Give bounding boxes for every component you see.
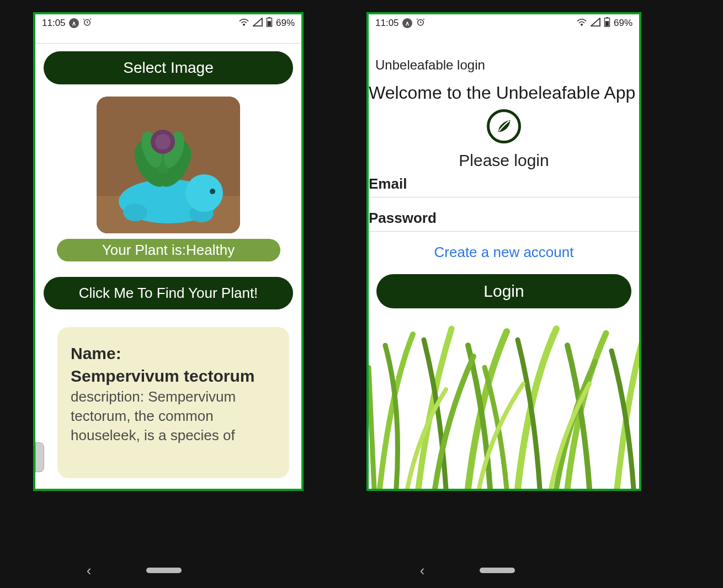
welcome-heading: Welcome to the Unbeleafable App	[369, 77, 639, 107]
nav-home-pill[interactable]	[480, 568, 515, 573]
left-phone-frame: 11:05 ∧ 69% Select Image	[33, 12, 304, 491]
selected-plant-image	[97, 97, 240, 233]
svg-point-1	[243, 24, 244, 25]
right-screen: Unbeleafable login Welcome to the Unbele…	[369, 32, 639, 489]
status-bar: 11:05 ∧ 69%	[369, 14, 639, 32]
wifi-icon	[576, 18, 587, 29]
status-left-group: 11:05 ∧	[375, 17, 426, 30]
status-bar: 11:05 ∧ 69%	[35, 14, 301, 32]
create-account-link[interactable]: Create a new account	[369, 232, 639, 265]
signal-icon	[253, 18, 263, 29]
status-time: 11:05	[375, 18, 399, 29]
spacer	[369, 32, 639, 49]
alarm-icon	[82, 17, 92, 30]
select-image-button[interactable]: Select Image	[44, 51, 293, 84]
svg-point-10	[185, 174, 223, 212]
plant-description-label: description:	[71, 388, 144, 405]
email-label: Email	[369, 175, 407, 192]
battery-icon	[266, 17, 273, 30]
find-plant-button[interactable]: Click Me To Find Your Plant!	[44, 277, 293, 309]
plant-name-value: Sempervivum tectorum	[71, 365, 276, 388]
app-badge-icon: ∧	[69, 18, 79, 28]
health-status-badge: Your Plant is:Healthy	[57, 239, 280, 261]
svg-point-8	[123, 204, 147, 221]
status-time: 11:05	[42, 18, 66, 29]
status-right-group: 69%	[238, 17, 295, 30]
app-badge-icon: ∧	[402, 18, 412, 28]
scroll-indicator	[35, 442, 44, 472]
alarm-icon	[416, 17, 426, 30]
battery-icon	[604, 17, 610, 30]
login-header: Unbeleafable login	[369, 49, 639, 77]
svg-rect-4	[268, 21, 271, 26]
right-phone-frame: 11:05 ∧ 69% Unbeleafable login Welcome t…	[366, 12, 641, 491]
android-nav-bar-left: ‹	[18, 553, 320, 588]
signal-icon	[591, 18, 600, 29]
nav-home-pill[interactable]	[146, 568, 182, 573]
svg-point-19	[155, 134, 171, 149]
android-nav-bar-right: ‹	[351, 553, 653, 588]
leaf-logo-icon	[487, 109, 521, 143]
status-left-group: 11:05 ∧	[42, 17, 92, 30]
nav-back-icon[interactable]: ‹	[420, 562, 425, 579]
battery-percent: 69%	[276, 18, 295, 29]
divider	[35, 43, 301, 44]
grass-decoration	[369, 323, 639, 489]
status-right-group: 69%	[576, 17, 632, 30]
plant-info-card: Name: Sempervivum tectorum description: …	[57, 327, 289, 478]
logo-wrap	[369, 109, 639, 143]
login-button[interactable]: Login	[376, 274, 631, 308]
battery-percent: 69%	[614, 18, 632, 29]
please-login-text: Please login	[369, 151, 639, 170]
password-label: Password	[369, 210, 437, 226]
nav-back-icon[interactable]: ‹	[87, 562, 92, 579]
email-field[interactable]: Email	[369, 170, 639, 197]
svg-point-11	[210, 189, 215, 194]
svg-rect-24	[605, 21, 609, 26]
wifi-icon	[238, 18, 249, 29]
left-screen: Select Image	[35, 32, 301, 489]
password-field[interactable]: Password	[369, 204, 639, 232]
svg-point-21	[581, 24, 582, 25]
plant-name-label: Name:	[71, 344, 121, 362]
